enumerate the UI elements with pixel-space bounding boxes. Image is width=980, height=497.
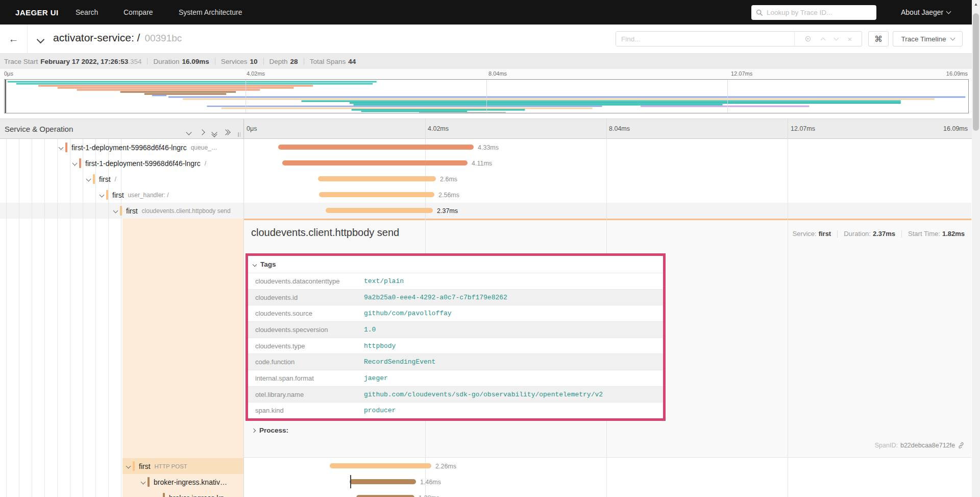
scrollbar-thumb[interactable]: [973, 13, 979, 131]
timeline-content-layer: first-1-deployment-59968d6f46-lngrcqueue…: [0, 139, 980, 497]
span-bar[interactable]: [319, 192, 434, 197]
link-icon[interactable]: [958, 442, 965, 449]
find-prev-icon[interactable]: [820, 37, 825, 42]
nav-link-search[interactable]: Search: [76, 0, 98, 25]
service-color-chip: [120, 206, 122, 216]
span-bar[interactable]: [282, 160, 468, 165]
chevron-down-icon[interactable]: [59, 145, 64, 150]
span-row[interactable]: first-1-deployment-59968d6f46-lngrcqueue…: [0, 139, 971, 155]
span-row[interactable]: firstuser_handler: / 2.56ms: [0, 187, 971, 203]
chevron-right-icon[interactable]: [200, 127, 204, 136]
service-value: first: [819, 230, 831, 238]
span-operation-name: queue_…: [191, 144, 217, 151]
vertical-scrollbar[interactable]: ▲: [972, 0, 980, 497]
span-service-name: first: [139, 462, 151, 470]
span-duration-label: 1.28ms: [419, 494, 439, 497]
trace-title-text: activator-service: /: [53, 32, 140, 43]
chevron-down-icon[interactable]: [126, 464, 131, 469]
tag-row: cloudevents.id9a2b25a0-eee4-4292-a0c7-c7…: [248, 289, 663, 305]
span-bar[interactable]: [278, 145, 474, 150]
span-row[interactable]: broker-ingress.knativ… 1.46ms: [0, 474, 971, 490]
duration-value: 16.09ms: [182, 58, 209, 65]
trace-lookup-input[interactable]: [767, 9, 872, 16]
scroll-up-arrow-icon[interactable]: ▲: [972, 2, 980, 7]
service-color-chip: [106, 190, 108, 200]
minimap-tick: 0μs: [4, 70, 13, 77]
chevron-down-icon[interactable]: [113, 208, 118, 214]
tag-key: cloudevents.type: [255, 342, 364, 350]
span-name-cell[interactable]: first-1-deployment-59968d6f46-lngrc/: [0, 155, 243, 171]
span-operation-name: cloudevents.client.httpbody send: [142, 207, 231, 215]
minimap-gridline: [727, 80, 728, 113]
tag-row: internal.span.formatjaeger: [248, 370, 663, 386]
span-name-cell[interactable]: first/: [0, 171, 243, 187]
trace-start-value: February 17 2022, 17:26:53: [40, 58, 128, 65]
minimap-tick-row: 0μs 4.02ms 8.04ms 12.07ms 16.09ms: [0, 69, 980, 79]
tag-value: httpbody: [364, 342, 396, 350]
tags-section-toggle[interactable]: Tags: [248, 256, 663, 273]
tags-highlight-annotation: Tags cloudevents.datacontenttypetext/pla…: [246, 253, 666, 421]
trace-lookup-box[interactable]: [751, 5, 876, 20]
column-resize-grip[interactable]: [238, 132, 240, 137]
back-button[interactable]: ←: [0, 25, 28, 53]
focus-target-icon[interactable]: [804, 35, 812, 42]
double-chevron-down-icon[interactable]: [212, 127, 216, 136]
back-arrow-icon: ←: [9, 33, 19, 45]
span-operation-name: HTTP POST: [155, 463, 187, 469]
minimap-scrubber-handle[interactable]: [5, 80, 6, 113]
chevron-down-icon[interactable]: [141, 480, 146, 485]
span-detail-title: cloudevents.client.httpbody send: [251, 227, 399, 239]
find-clear-icon[interactable]: ×: [847, 35, 852, 43]
brand-logo[interactable]: JAEGER UI: [15, 0, 58, 25]
meta-separator: [304, 58, 304, 65]
trace-start-label: Trace Start: [4, 58, 38, 65]
chevron-down-icon[interactable]: [86, 177, 91, 182]
tag-value: RecordSendingEvent: [364, 358, 435, 366]
about-jaeger-menu[interactable]: About Jaeger: [901, 0, 950, 25]
span-row[interactable]: first/ 2.6ms: [0, 171, 971, 187]
span-event-tick: [350, 475, 351, 488]
keyboard-shortcuts-button[interactable]: ⌘: [868, 31, 889, 46]
span-name-cell[interactable]: firstHTTP POST: [0, 458, 243, 474]
span-bar[interactable]: [326, 208, 433, 213]
double-chevron-right-icon[interactable]: [226, 127, 230, 136]
span-row[interactable]: firstHTTP POST 2.26ms: [0, 458, 971, 474]
top-nav: JAEGER UI Search Compare System Architec…: [0, 0, 980, 25]
chevron-down-icon[interactable]: [187, 127, 191, 136]
services-value: 10: [250, 58, 258, 65]
trace-view-select[interactable]: Trace Timeline: [893, 31, 963, 46]
span-service-name: first: [99, 175, 111, 183]
depth-value: 28: [290, 58, 298, 65]
span-bar[interactable]: [330, 463, 431, 468]
process-section-toggle[interactable]: Process:: [252, 427, 288, 434]
chevron-down-icon: [946, 9, 951, 14]
nav-link-compare[interactable]: Compare: [124, 0, 153, 25]
about-jaeger-label: About Jaeger: [901, 8, 943, 16]
span-row[interactable]: broker-ingress.kn… 1.28ms: [0, 490, 971, 497]
chevron-down-icon[interactable]: [156, 495, 161, 497]
find-next-icon[interactable]: [834, 36, 839, 41]
nav-link-system-architecture[interactable]: System Architecture: [179, 0, 242, 25]
column-divider[interactable]: [243, 119, 244, 139]
trace-collapse-chevron-icon[interactable]: [37, 36, 45, 44]
span-row[interactable]: first-1-deployment-59968d6f46-lngrc/ 4.1…: [0, 155, 971, 171]
span-name-cell[interactable]: broker-ingress.kn…: [0, 490, 243, 497]
span-name-cell[interactable]: first-1-deployment-59968d6f46-lngrcqueue…: [0, 139, 243, 155]
span-bar[interactable]: [350, 479, 416, 484]
chevron-down-icon[interactable]: [100, 193, 105, 198]
span-service-name: first: [112, 191, 124, 199]
tag-value: text/plain: [364, 277, 404, 285]
span-name-cell[interactable]: firstuser_handler: /: [0, 187, 243, 203]
span-name-cell[interactable]: firstcloudevents.client.httpbody send: [0, 203, 243, 219]
chevron-down-icon[interactable]: [72, 161, 78, 166]
trace-meta-bar: Trace Start February 17 2022, 17:26:53 .…: [0, 54, 980, 69]
span-bar[interactable]: [356, 495, 414, 497]
span-service-name: broker-ingress.knativ…: [154, 478, 227, 486]
span-bar[interactable]: [318, 176, 436, 181]
find-input[interactable]: [616, 32, 794, 46]
span-row-selected[interactable]: firstcloudevents.client.httpbody send 2.…: [0, 203, 971, 219]
tag-key: code.function: [255, 358, 364, 366]
span-name-cell[interactable]: broker-ingress.knativ…: [0, 474, 243, 490]
span-operation-name: /: [205, 160, 206, 167]
trace-minimap[interactable]: [4, 79, 969, 113]
